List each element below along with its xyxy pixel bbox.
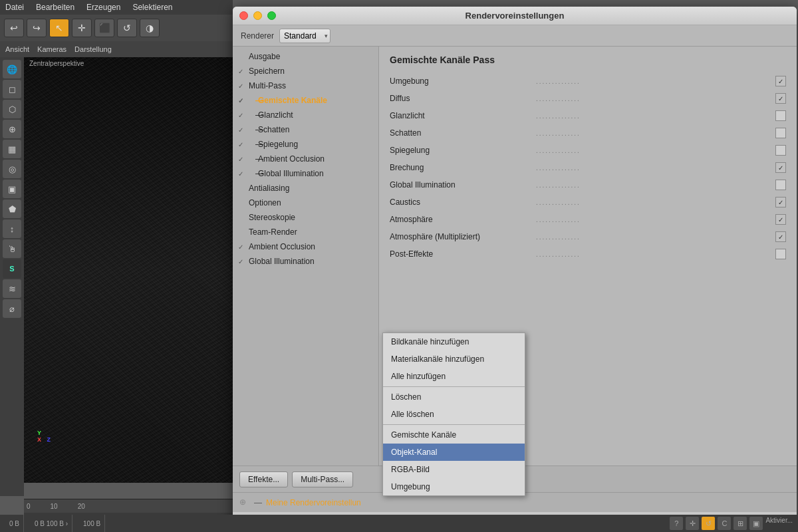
nav-item-schatten[interactable]: ✓ —Schatten — [233, 122, 378, 137]
effekte-button[interactable]: Effekte... — [239, 471, 288, 487]
nav-item-ambient-occlusion2[interactable]: ✓Ambient Occlusion — [233, 239, 378, 254]
move-icon[interactable]: ✛ — [686, 517, 699, 530]
renderer-label: Renderer — [241, 31, 274, 41]
minimize-button[interactable] — [253, 11, 262, 20]
menu-datei[interactable]: Datei — [5, 3, 24, 12]
nav-item-spiegelung[interactable]: ✓ —Spiegelung — [233, 137, 378, 152]
left-panel: 🌐 ◻ ⬡ ⊕ ▦ ◎ ▣ ⬟ ↕ 🖱 S ≋ ⌀ — [0, 57, 24, 496]
viewport: Zentralperspektive Y X Z — [24, 57, 233, 483]
menu-selektieren[interactable]: Selektieren — [132, 3, 172, 12]
nav-item-ambient-occlusion[interactable]: ✓ —Ambient Occlusion — [233, 152, 378, 166]
toolbar-row1: ↩ ↪ ↖ ✛ ⬛ ↺ ◑ — [0, 15, 233, 41]
nav-icon-12[interactable]: ≋ — [3, 279, 21, 298]
channel-check-3[interactable] — [775, 128, 786, 138]
nav-item-antialiasing[interactable]: Antialiasing — [233, 181, 378, 196]
nav-check-schatten: ✓ — [238, 126, 247, 134]
menu-item-alle-hinzufuegen[interactable]: Alle hinzufügen — [383, 368, 525, 385]
channel-check-9[interactable]: ✓ — [775, 231, 786, 242]
toolbar2-darstellung[interactable]: Darstellung — [74, 45, 112, 53]
nav-item-multi-pass[interactable]: ✓Multi-Pass — [233, 78, 378, 93]
nav-label-schatten: Schatten — [258, 125, 289, 134]
nav-label-ambient-occlusion: Ambient Occlusion — [258, 154, 325, 164]
nav-icon-8[interactable]: ⬟ — [3, 200, 21, 218]
maximize-button[interactable] — [267, 11, 276, 20]
channel-check-6[interactable] — [775, 180, 786, 190]
nav-icon-7[interactable]: ▣ — [3, 180, 21, 198]
scale-tool[interactable]: ⬛ — [94, 19, 114, 37]
nav-icon-1[interactable]: 🌐 — [3, 60, 21, 78]
menu-item-gemischte-kanaele-m[interactable]: Gemischte Kanäle — [383, 426, 525, 444]
nav-icon-11[interactable]: S — [3, 259, 21, 278]
nav-icon-9[interactable]: ↕ — [3, 219, 21, 238]
undo-button[interactable]: ↩ — [4, 19, 24, 37]
channel-check-4[interactable] — [775, 145, 786, 156]
move-tool[interactable]: ✛ — [72, 19, 92, 37]
channel-dots-3: .............. — [536, 130, 775, 137]
menu-item-materialkanaele[interactable]: Materialkanäle hinzufügen — [383, 350, 525, 368]
nav-label-antialiasing: Antialiasing — [249, 184, 289, 193]
channel-check-8[interactable]: ✓ — [775, 214, 786, 225]
menu-item-loeschen[interactable]: Löschen — [383, 388, 525, 406]
nav-item-team-render[interactable]: Team-Render — [233, 225, 378, 239]
menu-item-alle-loeschen[interactable]: Alle löschen — [383, 406, 525, 423]
channel-row-4: Spiegelung.............. — [390, 142, 786, 158]
grid-icon[interactable]: ⊞ — [733, 517, 747, 530]
timeline-marker-0: 0 — [27, 503, 31, 510]
render-icon[interactable]: ▣ — [749, 517, 763, 530]
nav-label-stereoskopie: Stereoskopie — [249, 213, 295, 222]
nav-item-optionen[interactable]: Optionen — [233, 196, 378, 210]
nav-item-gemischte-kanaele[interactable]: ✓ —Gemischte Kanäle — [233, 93, 378, 108]
toolbar2-kameras[interactable]: Kameras — [37, 45, 66, 53]
multi-pass-button[interactable]: Multi-Pass... — [292, 471, 353, 487]
aktivieren-label[interactable]: Aktivier... — [765, 517, 793, 530]
nav-icon-13[interactable]: ⌀ — [3, 299, 21, 318]
channel-check-0[interactable]: ✓ — [775, 76, 786, 86]
nav-icon-10[interactable]: 🖱 — [3, 239, 21, 258]
menu-item-objekt-kanal[interactable]: Objekt-Kanal — [383, 444, 525, 461]
viewport-axes: Y X Z — [37, 430, 51, 443]
camera-icon[interactable]: C — [718, 517, 731, 530]
nav-item-global-illumination2[interactable]: ✓Global Illumination — [233, 254, 378, 269]
channel-row-0: Umgebung..............✓ — [390, 73, 786, 89]
nav-item-speichern[interactable]: ✓Speichern — [233, 64, 378, 78]
nav-icon-4[interactable]: ⊕ — [3, 120, 21, 138]
close-button[interactable] — [239, 11, 248, 20]
renderer-select-wrap[interactable]: Standard ▾ — [279, 29, 331, 43]
nav-indent-gemischte-kanaele: — — [249, 96, 258, 105]
nav-item-ausgabe[interactable]: Ausgabe — [233, 49, 378, 64]
axis-y: Y — [37, 430, 41, 436]
nav-icon-5[interactable]: ▦ — [3, 140, 21, 158]
channel-check-5[interactable]: ✓ — [775, 162, 786, 173]
nav-item-glanzlicht[interactable]: ✓ —Glanzlicht — [233, 108, 378, 122]
help-icon[interactable]: ? — [670, 517, 683, 530]
toolbar-row2: Ansicht Kameras Darstellung — [0, 41, 233, 57]
menu-separator-4 — [383, 424, 525, 425]
nav-icon-2[interactable]: ◻ — [3, 80, 21, 98]
select-tool[interactable]: ↖ — [49, 19, 69, 37]
menu-item-rgba-bild[interactable]: RGBA-Bild — [383, 461, 525, 478]
nav-icon-6[interactable]: ◎ — [3, 160, 21, 178]
nav-icon-3[interactable]: ⬡ — [3, 100, 21, 118]
extra-tool[interactable]: ◑ — [140, 19, 160, 37]
menu-item-umgebung-m[interactable]: Umgebung — [383, 478, 525, 495]
channel-check-2[interactable] — [775, 110, 786, 121]
status-seg1: 0 B — [5, 515, 24, 532]
renderer-select[interactable]: Standard — [279, 29, 331, 43]
nav-item-stereoskopie[interactable]: Stereoskopie — [233, 210, 378, 225]
timeline-marker-10: 10 — [51, 503, 58, 510]
timeline-marker-20: 20 — [78, 503, 85, 510]
channel-check-1[interactable]: ✓ — [775, 93, 786, 104]
toolbar2-ansicht[interactable]: Ansicht — [5, 45, 29, 53]
channel-dots-1: .............. — [536, 95, 775, 102]
nav-indent-glanzlicht: — — [249, 110, 258, 120]
nav-item-global-illumination[interactable]: ✓ —Global Illumination — [233, 166, 378, 181]
rotate-tool[interactable]: ↺ — [117, 19, 137, 37]
redo-button[interactable]: ↪ — [27, 19, 47, 37]
channel-check-10[interactable] — [775, 249, 786, 259]
rotate-icon[interactable]: ↺ — [702, 517, 715, 530]
channel-dots-0: .............. — [536, 78, 775, 85]
menu-erzeugen[interactable]: Erzeugen — [86, 3, 120, 12]
menu-item-bildkanaele[interactable]: Bildkanäle hinzufügen — [383, 333, 525, 350]
channel-check-7[interactable]: ✓ — [775, 197, 786, 207]
menu-bearbeiten[interactable]: Bearbeiten — [36, 3, 74, 12]
